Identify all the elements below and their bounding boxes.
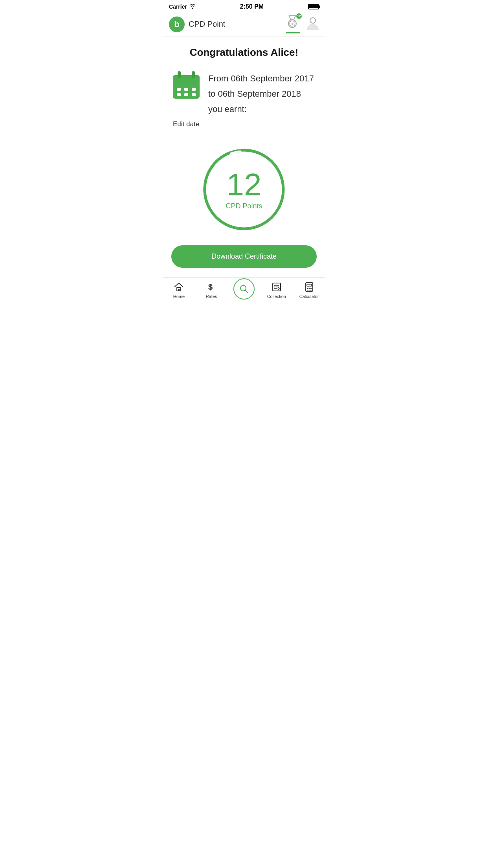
svg-rect-33 [310, 290, 312, 291]
svg-rect-32 [308, 290, 310, 291]
svg-rect-8 [177, 88, 181, 91]
svg-rect-27 [307, 284, 312, 286]
svg-point-3 [310, 18, 316, 23]
download-certificate-button[interactable]: Download Certificate [171, 245, 317, 268]
svg-rect-31 [307, 290, 308, 291]
tab-calculator[interactable]: Calculator [297, 281, 321, 299]
user-icon [306, 17, 319, 31]
status-right [308, 4, 319, 9]
date-from: From 06th September 2017 [208, 70, 314, 85]
tab-search[interactable] [232, 281, 256, 300]
award-badge: 12 [296, 13, 302, 19]
tab-rates[interactable]: $ Rates [200, 281, 223, 299]
nav-bar: b CPD Point ★ 12 [163, 12, 325, 37]
tab-rates-label: Rates [206, 294, 217, 299]
user-icon-button[interactable] [306, 17, 319, 32]
tab-bar: Home $ Rates Collection [163, 277, 325, 306]
svg-rect-5 [173, 75, 200, 84]
status-left: Carrier [169, 4, 196, 10]
tab-home[interactable]: Home [167, 281, 191, 299]
cpd-number: 12 [227, 169, 262, 200]
tab-collection[interactable]: Collection [265, 281, 288, 299]
svg-rect-18 [178, 289, 180, 291]
svg-rect-7 [192, 71, 195, 78]
congrats-title: Congratulations Alice! [190, 46, 298, 59]
main-content: Congratulations Alice! From 06th Septemb… [163, 37, 325, 277]
svg-rect-10 [192, 88, 196, 91]
search-icon-circle[interactable] [233, 278, 255, 300]
search-icon [239, 284, 249, 294]
tab-home-label: Home [173, 294, 185, 299]
cpd-circle-inner: 12 CPD Points [226, 169, 262, 210]
app-logo: b [169, 17, 185, 32]
cpd-circle-container: 12 CPD Points [201, 146, 287, 233]
svg-rect-29 [308, 288, 310, 289]
svg-text:★: ★ [291, 22, 294, 26]
calculator-icon [304, 281, 315, 292]
svg-line-21 [245, 291, 248, 293]
date-earnt: you earnt: [208, 100, 314, 116]
home-icon [173, 281, 184, 292]
nav-right: ★ 12 [286, 15, 319, 33]
status-bar: Carrier 2:50 PM [163, 0, 325, 12]
svg-text:$: $ [208, 283, 213, 291]
svg-rect-9 [184, 88, 188, 91]
calendar-icon [171, 70, 202, 103]
svg-rect-11 [177, 93, 181, 96]
collection-icon [271, 281, 282, 292]
carrier-text: Carrier [169, 4, 187, 10]
edit-date-link[interactable]: Edit date [173, 120, 199, 128]
date-section: From 06th September 2017 to 06th Septemb… [171, 70, 317, 116]
nav-left: b CPD Point [169, 17, 225, 32]
award-icon-button[interactable]: ★ 12 [286, 15, 300, 33]
date-to: to 06th September 2018 [208, 85, 314, 100]
rates-icon: $ [206, 281, 217, 292]
status-time: 2:50 PM [240, 3, 264, 10]
nav-title: CPD Point [189, 20, 225, 29]
tab-calculator-label: Calculator [299, 294, 319, 299]
date-text-block: From 06th September 2017 to 06th Septemb… [208, 70, 314, 116]
svg-rect-6 [178, 71, 181, 78]
svg-rect-28 [307, 288, 308, 289]
battery-icon [308, 4, 319, 9]
nav-active-indicator [286, 32, 300, 33]
cpd-label: CPD Points [226, 202, 262, 210]
svg-rect-30 [310, 288, 312, 289]
cpd-circle: 12 CPD Points [201, 146, 287, 233]
tab-collection-label: Collection [267, 294, 286, 299]
svg-rect-12 [184, 93, 188, 96]
svg-rect-13 [192, 93, 196, 96]
wifi-icon [189, 4, 196, 10]
